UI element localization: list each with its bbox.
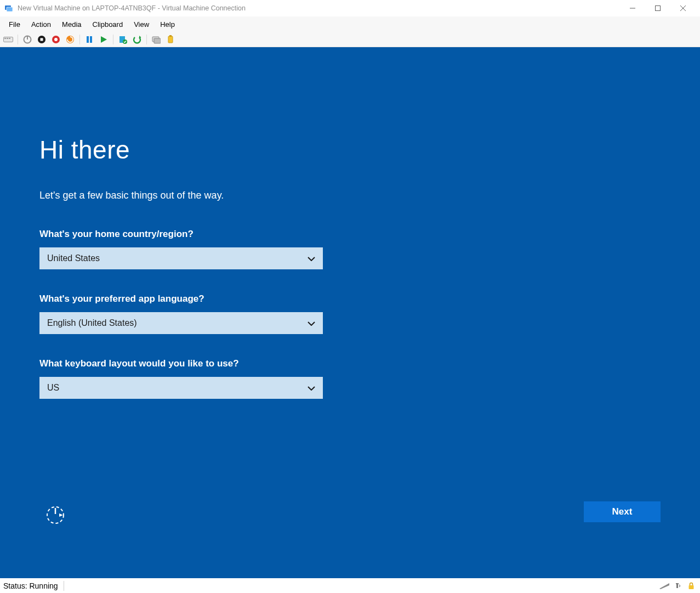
share-icon[interactable]: [164, 33, 177, 46]
oobe-panel: Hi there Let's get a few basic things ou…: [39, 135, 661, 423]
oobe-subtitle: Let's get a few basic things out of the …: [39, 190, 661, 201]
svg-marker-30: [659, 583, 669, 589]
svg-rect-13: [41, 38, 43, 41]
country-select[interactable]: United States: [39, 247, 323, 269]
chevron-down-icon: [308, 255, 315, 263]
menu-bar: File Action Media Clipboard View Help: [0, 16, 700, 32]
status-separator: [64, 581, 64, 591]
pause-icon[interactable]: [83, 33, 95, 46]
ease-of-access-icon[interactable]: [45, 505, 66, 526]
window-controls: [620, 0, 696, 16]
speaker-icon: [673, 581, 684, 591]
svg-rect-6: [4, 37, 13, 42]
svg-rect-31: [676, 584, 678, 588]
status-text: Status: Running: [3, 581, 64, 590]
svg-rect-17: [87, 36, 89, 43]
svg-rect-8: [7, 38, 8, 39]
shutdown-icon[interactable]: [36, 33, 48, 46]
keyboard-select[interactable]: US: [39, 377, 323, 399]
keyboard-label: What keyboard layout would you like to u…: [39, 358, 661, 369]
svg-marker-19: [101, 36, 107, 43]
language-select[interactable]: English (United States): [39, 312, 323, 334]
enhanced-session-icon[interactable]: [150, 33, 162, 46]
app-icon: [4, 4, 13, 13]
close-button[interactable]: [670, 0, 696, 16]
menu-clipboard[interactable]: Clipboard: [87, 18, 129, 31]
save-state-icon[interactable]: [50, 33, 62, 46]
country-value: United States: [47, 253, 308, 263]
svg-rect-1: [7, 7, 13, 12]
chevron-down-icon: [308, 384, 315, 392]
menu-help[interactable]: Help: [155, 18, 180, 31]
menu-media[interactable]: Media: [56, 18, 87, 31]
toolbar-separator: [113, 35, 113, 44]
language-label: What's your preferred app language?: [39, 293, 661, 304]
svg-rect-24: [154, 38, 161, 43]
svg-rect-3: [656, 6, 661, 11]
title-bar: New Virtual Machine on LAPTOP-4ATNB3QF -…: [0, 0, 700, 16]
chevron-down-icon: [308, 319, 315, 327]
next-button-label: Next: [612, 506, 633, 517]
checkpoint-icon[interactable]: [117, 33, 129, 46]
turn-off-icon[interactable]: [21, 33, 33, 46]
toolbar: [0, 32, 700, 47]
status-bar: Status: Running: [0, 578, 700, 593]
svg-rect-25: [168, 36, 173, 43]
menu-view[interactable]: View: [128, 18, 155, 31]
language-value: English (United States): [47, 318, 308, 328]
vm-display[interactable]: Hi there Let's get a few basic things ou…: [0, 47, 700, 578]
revert-icon[interactable]: [131, 33, 143, 46]
country-label: What's your home country/region?: [39, 229, 661, 240]
reset-icon[interactable]: [64, 33, 76, 46]
next-button[interactable]: Next: [584, 501, 661, 522]
start-icon[interactable]: [98, 33, 110, 46]
toolbar-separator: [18, 35, 18, 44]
svg-rect-32: [676, 583, 679, 584]
svg-rect-9: [9, 38, 10, 39]
minimize-button[interactable]: [620, 0, 645, 16]
keyboard-value: US: [47, 383, 308, 393]
network-icon: [659, 581, 670, 591]
svg-rect-33: [689, 585, 694, 589]
maximize-button[interactable]: [645, 0, 670, 16]
toolbar-separator: [79, 35, 80, 44]
svg-point-15: [54, 38, 58, 41]
window-title: New Virtual Machine on LAPTOP-4ATNB3QF -…: [18, 4, 620, 12]
ctrl-alt-del-icon[interactable]: [2, 33, 14, 46]
menu-action[interactable]: Action: [26, 18, 56, 31]
toolbar-separator: [146, 35, 147, 44]
lock-icon: [686, 581, 697, 591]
svg-rect-26: [169, 35, 172, 37]
oobe-heading: Hi there: [39, 135, 661, 165]
svg-rect-18: [90, 36, 92, 43]
menu-file[interactable]: File: [3, 18, 26, 31]
svg-marker-29: [59, 513, 63, 517]
svg-rect-7: [4, 38, 6, 39]
